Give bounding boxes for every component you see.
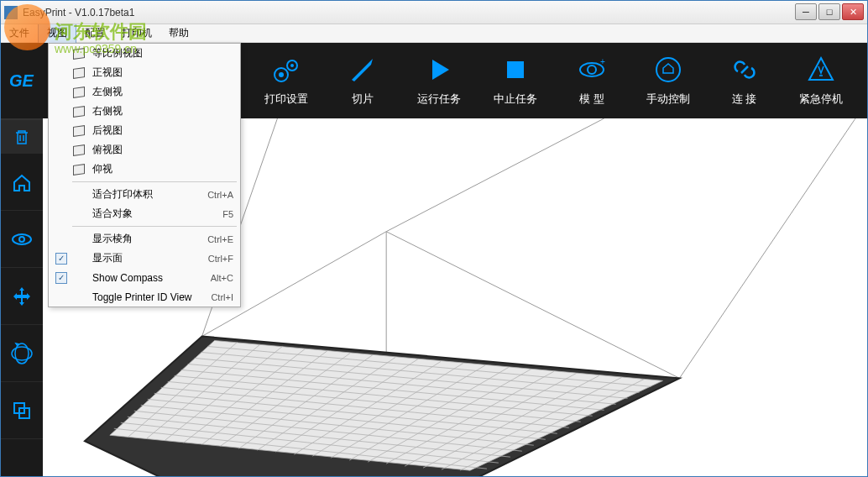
menu-back-view[interactable]: 后视图 bbox=[49, 121, 240, 140]
svg-line-16 bbox=[386, 118, 604, 232]
svg-line-17 bbox=[679, 118, 855, 378]
move-icon bbox=[9, 284, 34, 309]
dropdown-separator bbox=[72, 226, 237, 227]
svg-point-6 bbox=[588, 66, 596, 74]
home-view-button[interactable] bbox=[1, 154, 43, 211]
title-bar: EasyPrint - V1.0.17beta1 ─ □ ✕ bbox=[1, 1, 867, 24]
eye-tool-button[interactable] bbox=[1, 211, 43, 268]
menu-printer[interactable]: 打印机 bbox=[113, 24, 160, 43]
menu-file[interactable]: 文件 bbox=[1, 24, 38, 43]
view-dropdown: 等比例视图 正视图 左侧视 右侧视 后视图 俯视图 bbox=[48, 43, 241, 307]
toolbar-label: 模 型 bbox=[579, 92, 604, 107]
cube-icon bbox=[71, 86, 87, 99]
connect-button[interactable]: 连 接 bbox=[706, 43, 782, 118]
svg-point-9 bbox=[13, 234, 31, 244]
menu-front-view[interactable]: 正视图 bbox=[49, 63, 240, 82]
side-toolbar bbox=[1, 118, 43, 476]
trash-icon bbox=[12, 127, 32, 147]
menu-bottom-view[interactable]: 仰视 bbox=[49, 160, 240, 179]
play-icon bbox=[424, 55, 454, 85]
checkmark-icon: ✓ bbox=[55, 253, 67, 265]
rotate-tool-button[interactable] bbox=[1, 325, 43, 382]
run-task-button[interactable]: 运行任务 bbox=[401, 43, 478, 118]
cube-icon bbox=[71, 144, 87, 157]
menu-right-view[interactable]: 右侧视 bbox=[49, 102, 240, 121]
menu-top-view[interactable]: 俯视图 bbox=[49, 140, 240, 160]
svg-point-10 bbox=[19, 237, 24, 242]
app-logo: GE bbox=[9, 71, 51, 91]
print-settings-button[interactable]: 打印设置 bbox=[248, 43, 325, 118]
close-button[interactable]: ✕ bbox=[842, 3, 864, 20]
link-icon bbox=[729, 55, 760, 85]
toolbar-label: 切片 bbox=[352, 92, 374, 107]
copy-tool-button[interactable] bbox=[1, 382, 43, 439]
toolbar-label: 中止任务 bbox=[494, 92, 537, 107]
eye-tool-icon bbox=[9, 227, 34, 252]
maximize-button[interactable]: □ bbox=[818, 3, 840, 20]
toolbar-label: 打印设置 bbox=[264, 92, 308, 107]
window-title: EasyPrint - V1.0.17beta1 bbox=[23, 7, 134, 18]
copy-icon bbox=[9, 398, 34, 423]
svg-point-3 bbox=[290, 64, 294, 67]
emergency-stop-button[interactable]: 紧急停机 bbox=[782, 43, 859, 118]
svg-point-8 bbox=[656, 58, 680, 81]
warning-icon bbox=[806, 55, 836, 85]
menu-left-view[interactable]: 左侧视 bbox=[49, 82, 240, 102]
window-controls: ─ □ ✕ bbox=[795, 3, 864, 20]
home-icon bbox=[653, 55, 683, 85]
rotate-icon bbox=[8, 339, 36, 368]
gears-icon bbox=[271, 55, 301, 85]
cube-icon bbox=[71, 105, 87, 118]
menu-config[interactable]: 配置 bbox=[76, 24, 113, 43]
menu-fit-object[interactable]: 适合对象 F5 bbox=[49, 204, 240, 223]
eye-icon: + bbox=[577, 55, 607, 85]
slice-button[interactable]: 切片 bbox=[325, 43, 401, 118]
cube-icon bbox=[71, 124, 87, 138]
menu-show-edges[interactable]: 显示棱角 Ctrl+E bbox=[49, 229, 240, 249]
menu-fit-volume[interactable]: 适合打印体积 Ctrl+A bbox=[49, 185, 240, 204]
menu-view[interactable]: 视图 bbox=[38, 23, 76, 44]
toolbar-label: 连 接 bbox=[732, 92, 757, 107]
app-window: EasyPrint - V1.0.17beta1 ─ □ ✕ 文件 视图 配置 … bbox=[0, 0, 868, 477]
menu-show-faces[interactable]: ✓ 显示面 Ctrl+F bbox=[49, 249, 240, 268]
menu-isometric-view[interactable]: 等比例视图 bbox=[49, 44, 240, 63]
menu-help[interactable]: 帮助 bbox=[160, 24, 197, 43]
toolbar-label: 运行任务 bbox=[417, 92, 461, 107]
menu-show-compass[interactable]: ✓ Show Compass Alt+C bbox=[49, 268, 240, 287]
toolbar-label: 紧急停机 bbox=[799, 92, 843, 107]
app-icon bbox=[4, 6, 18, 19]
model-button[interactable]: + 模 型 bbox=[554, 43, 630, 118]
menu-bar: 文件 视图 配置 打印机 帮助 bbox=[1, 24, 867, 43]
move-tool-button[interactable] bbox=[1, 268, 43, 325]
svg-point-1 bbox=[279, 72, 284, 77]
minimize-button[interactable]: ─ bbox=[795, 3, 817, 20]
menu-toggle-printer-id[interactable]: Toggle Printer ID View Ctrl+I bbox=[49, 287, 240, 307]
stop-task-button[interactable]: 中止任务 bbox=[478, 43, 554, 118]
manual-control-button[interactable]: 手动控制 bbox=[630, 43, 706, 118]
knife-icon bbox=[348, 55, 378, 85]
svg-text:+: + bbox=[600, 57, 605, 66]
dropdown-separator bbox=[72, 181, 237, 182]
stop-icon bbox=[500, 55, 531, 85]
cube-icon bbox=[71, 47, 87, 60]
cube-icon bbox=[71, 66, 87, 80]
checkmark-icon: ✓ bbox=[55, 272, 67, 284]
house-icon bbox=[9, 170, 34, 195]
svg-rect-4 bbox=[507, 61, 524, 78]
delete-button[interactable] bbox=[1, 120, 43, 154]
cube-icon bbox=[71, 163, 87, 176]
toolbar-label: 手动控制 bbox=[646, 92, 690, 107]
